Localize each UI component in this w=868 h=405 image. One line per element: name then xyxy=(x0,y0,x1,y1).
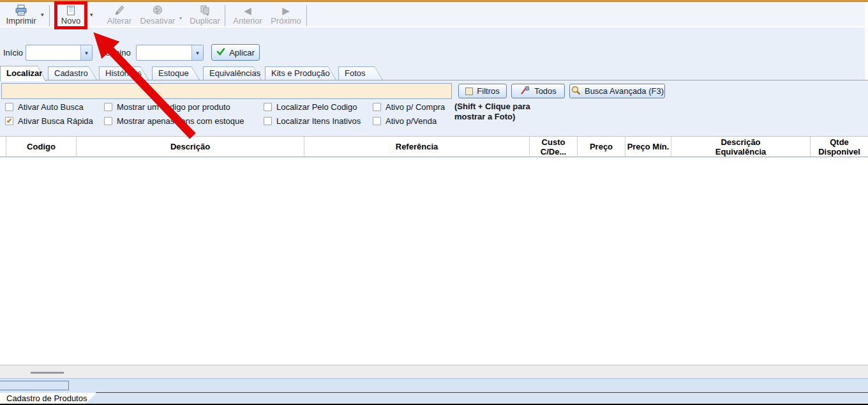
check-icon xyxy=(216,48,225,57)
novo-label: Novo xyxy=(61,17,80,26)
search-input[interactable] xyxy=(1,83,452,99)
arrow-right-icon: ▶ xyxy=(282,4,290,17)
todos-button[interactable]: Todos xyxy=(511,84,565,98)
splitter-bar[interactable] xyxy=(0,365,868,378)
checkbox-box[interactable] xyxy=(104,117,112,125)
alterar-button[interactable]: Alterar xyxy=(101,3,138,26)
todos-label: Todos xyxy=(534,86,557,96)
filter-square-icon xyxy=(465,88,473,95)
splitter-grip-icon[interactable] xyxy=(31,372,64,374)
imprimir-button[interactable]: Imprimir xyxy=(1,3,41,26)
tab-historicos[interactable]: Históricos xyxy=(99,66,149,80)
checkbox-box[interactable] xyxy=(5,103,13,111)
toolbar-separator xyxy=(49,5,50,26)
shift-click-note: (Shift + Clique para mostrar a Foto) xyxy=(454,102,530,122)
duplicar-label: Duplicar xyxy=(190,17,220,26)
main-toolbar: Imprimir ▾ Novo ▾ Alte xyxy=(0,2,868,27)
aplicar-button[interactable]: Aplicar xyxy=(211,44,260,61)
tab-strip: Localizar Cadastro Históricos Estoque Eq… xyxy=(0,66,868,80)
column-header-custo[interactable]: Custo C/De... xyxy=(530,137,578,157)
printer-icon xyxy=(14,4,28,17)
tab-kits-e-producao[interactable]: Kits e Produção xyxy=(265,66,336,80)
termino-date-combobox[interactable]: ▾ xyxy=(136,45,204,61)
proximo-button[interactable]: ▶ Próximo xyxy=(267,3,304,26)
checkbox-mostrar-um-codigo[interactable]: Mostrar um código por produto xyxy=(104,102,230,112)
broom-icon xyxy=(520,85,530,97)
imprimir-label: Imprimir xyxy=(6,17,36,26)
app-window: Imprimir ▾ Novo ▾ Alte xyxy=(0,0,868,405)
busca-avancada-button[interactable]: Busca Avançada (F3) xyxy=(569,84,665,98)
results-table-header: Codigo Descrição Referência Custo C/De..… xyxy=(0,136,868,157)
tab-cadastro[interactable]: Cadastro xyxy=(48,66,97,80)
checkbox-box[interactable] xyxy=(373,103,381,111)
tab-equivalencias[interactable]: Equivalências xyxy=(203,66,262,80)
column-header-qtde-disponivel[interactable]: Qtde Disponivel xyxy=(811,137,868,157)
checkbox-box-checked[interactable]: ✔ xyxy=(5,117,13,125)
anterior-label: Anterior xyxy=(233,17,262,26)
bottom-tab-bar: Cadastro de Produtos xyxy=(0,393,868,404)
tab-localizar[interactable]: Localizar xyxy=(0,66,46,81)
desativar-label: Desativar xyxy=(140,17,176,26)
new-document-icon xyxy=(65,4,77,17)
chevron-down-icon: ▾ xyxy=(85,50,88,56)
checkbox-ativar-busca-rapida[interactable]: ✔ Ativar Busca Rápida xyxy=(5,116,93,126)
column-header-descricao[interactable]: Descrição xyxy=(77,137,304,157)
checkbox-localizar-pelo-codigo[interactable]: Localizar Pelo Codigo xyxy=(264,102,357,112)
busca-avancada-label: Busca Avançada (F3) xyxy=(585,86,664,96)
checkbox-ativo-p-venda[interactable]: Ativo p/Venda xyxy=(373,116,437,126)
duplicate-icon xyxy=(198,4,211,17)
checkbox-ativo-p-compra[interactable]: Ativo p/ Compra xyxy=(373,102,445,112)
desativar-dropdown-arrow[interactable]: ▾ xyxy=(179,15,182,21)
checkbox-mostrar-apenas-estoque[interactable]: Mostrar apenas itens com estoque xyxy=(104,116,244,126)
checkbox-box[interactable] xyxy=(373,117,381,125)
bottom-tab-cadastro-de-produtos[interactable]: Cadastro de Produtos xyxy=(0,393,101,404)
results-table-body[interactable] xyxy=(0,158,868,365)
alterar-label: Alterar xyxy=(107,17,131,26)
aplicar-label: Aplicar xyxy=(229,48,255,57)
checkbox-box[interactable] xyxy=(264,117,272,125)
duplicar-button[interactable]: Duplicar xyxy=(186,3,223,26)
inicio-date-combobox[interactable]: ▾ xyxy=(26,45,93,61)
checkbox-localizar-itens-inativos[interactable]: Localizar Itens Inativos xyxy=(264,116,361,126)
column-header-preco-min[interactable]: Preço Mín. xyxy=(625,137,671,157)
column-header-selector xyxy=(0,137,6,157)
tab-estoque[interactable]: Estoque xyxy=(152,66,200,80)
anterior-button[interactable]: ◀ Anterior xyxy=(230,3,266,26)
checkbox-box[interactable] xyxy=(104,103,112,111)
toolbar-separator xyxy=(306,5,307,26)
tab-fotos[interactable]: Fotos xyxy=(338,66,383,80)
search-icon xyxy=(571,85,581,97)
column-header-referencia[interactable]: Referência xyxy=(304,137,530,157)
termino-label: Término xyxy=(100,48,131,57)
deactivate-icon xyxy=(151,4,164,17)
toolbar-separator xyxy=(225,5,225,26)
checkbox-ativar-auto-busca[interactable]: Ativar Auto Busca xyxy=(5,102,84,112)
inicio-label: Início xyxy=(3,48,23,57)
checkbox-box[interactable] xyxy=(264,103,272,111)
filtros-button[interactable]: Filtros xyxy=(458,84,507,98)
novo-dropdown-arrow[interactable]: ▾ xyxy=(90,12,93,18)
status-panel xyxy=(0,381,69,390)
novo-button[interactable]: Novo xyxy=(57,3,85,26)
desativar-button[interactable]: Desativar xyxy=(137,3,179,26)
filtros-label: Filtros xyxy=(477,86,499,96)
termino-dropdown-button[interactable]: ▾ xyxy=(191,45,203,60)
column-header-descricao-equivalencia[interactable]: Descrição Equivalência xyxy=(671,137,811,157)
status-bar xyxy=(0,378,868,393)
imprimir-dropdown-arrow[interactable]: ▾ xyxy=(41,12,44,18)
inicio-dropdown-button[interactable]: ▾ xyxy=(80,45,92,60)
chevron-down-icon: ▾ xyxy=(196,50,199,56)
arrow-left-icon: ◀ xyxy=(244,4,251,17)
proximo-label: Próximo xyxy=(271,17,301,26)
pencil-icon xyxy=(113,4,126,17)
bottom-tab-divider xyxy=(96,392,868,393)
column-header-codigo[interactable]: Codigo xyxy=(6,137,77,157)
column-header-preco[interactable]: Preço xyxy=(578,137,625,157)
